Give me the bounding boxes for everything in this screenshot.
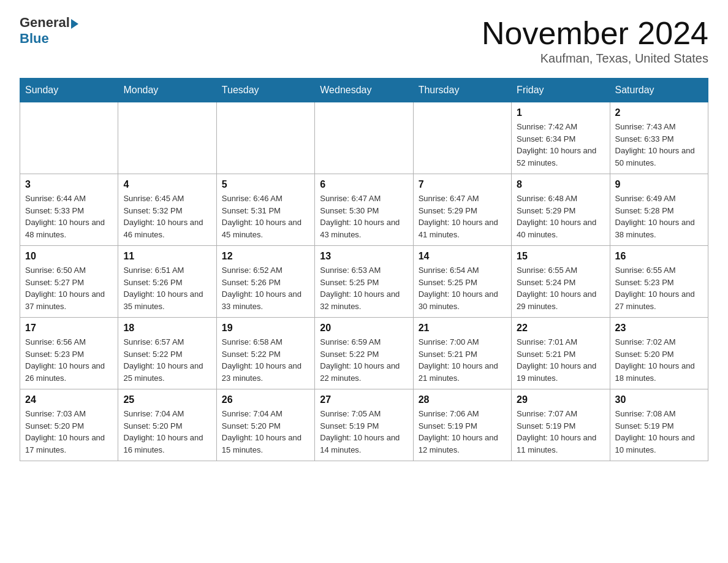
day-info: Sunrise: 7:05 AM Sunset: 5:19 PM Dayligh… (320, 408, 408, 456)
calendar-cell: 20Sunrise: 6:59 AM Sunset: 5:22 PM Dayli… (315, 318, 413, 389)
day-number: 29 (517, 394, 604, 405)
calendar-cell: 21Sunrise: 7:00 AM Sunset: 5:21 PM Dayli… (413, 318, 511, 389)
day-header-saturday: Saturday (610, 79, 708, 102)
day-number: 15 (517, 251, 604, 262)
day-number: 20 (320, 323, 408, 334)
calendar-cell: 28Sunrise: 7:06 AM Sunset: 5:19 PM Dayli… (413, 389, 511, 461)
day-number: 16 (615, 251, 703, 262)
calendar-cell: 17Sunrise: 6:56 AM Sunset: 5:23 PM Dayli… (20, 318, 118, 389)
day-header-sunday: Sunday (20, 79, 118, 102)
calendar-cell: 27Sunrise: 7:05 AM Sunset: 5:19 PM Dayli… (315, 389, 413, 461)
calendar-cell: 30Sunrise: 7:08 AM Sunset: 5:19 PM Dayli… (610, 389, 708, 461)
calendar-header: SundayMondayTuesdayWednesdayThursdayFrid… (20, 79, 708, 102)
day-info: Sunrise: 7:42 AM Sunset: 6:34 PM Dayligh… (517, 121, 604, 169)
calendar-cell: 12Sunrise: 6:52 AM Sunset: 5:26 PM Dayli… (216, 246, 314, 318)
day-number: 8 (517, 179, 604, 190)
day-number: 26 (222, 394, 309, 405)
day-info: Sunrise: 7:43 AM Sunset: 6:33 PM Dayligh… (615, 121, 703, 169)
day-number: 11 (123, 251, 211, 262)
location-subtitle: Kaufman, Texas, United States (482, 52, 708, 66)
month-title: November 2024 (482, 15, 708, 52)
day-info: Sunrise: 6:54 AM Sunset: 5:25 PM Dayligh… (419, 264, 506, 312)
day-header-tuesday: Tuesday (216, 79, 314, 102)
day-number: 17 (25, 323, 113, 334)
day-number: 5 (222, 179, 309, 190)
logo-general-text: General (20, 15, 70, 31)
calendar-body: 1Sunrise: 7:42 AM Sunset: 6:34 PM Daylig… (20, 102, 708, 461)
days-of-week-row: SundayMondayTuesdayWednesdayThursdayFrid… (20, 79, 708, 102)
day-info: Sunrise: 6:53 AM Sunset: 5:25 PM Dayligh… (320, 264, 408, 312)
day-info: Sunrise: 6:47 AM Sunset: 5:29 PM Dayligh… (419, 193, 506, 240)
calendar-cell: 13Sunrise: 6:53 AM Sunset: 5:25 PM Dayli… (315, 246, 413, 318)
day-info: Sunrise: 6:46 AM Sunset: 5:31 PM Dayligh… (222, 193, 309, 240)
day-info: Sunrise: 6:57 AM Sunset: 5:22 PM Dayligh… (123, 336, 211, 384)
day-header-friday: Friday (512, 79, 610, 102)
logo-arrow-icon (71, 19, 78, 29)
day-number: 12 (222, 251, 309, 262)
calendar-cell: 18Sunrise: 6:57 AM Sunset: 5:22 PM Dayli… (118, 318, 216, 389)
day-info: Sunrise: 6:44 AM Sunset: 5:33 PM Dayligh… (25, 193, 113, 240)
week-row-4: 17Sunrise: 6:56 AM Sunset: 5:23 PM Dayli… (20, 318, 708, 389)
day-info: Sunrise: 6:51 AM Sunset: 5:26 PM Dayligh… (123, 264, 211, 312)
day-header-thursday: Thursday (413, 79, 511, 102)
day-info: Sunrise: 6:52 AM Sunset: 5:26 PM Dayligh… (222, 264, 309, 312)
calendar-cell: 23Sunrise: 7:02 AM Sunset: 5:20 PM Dayli… (610, 318, 708, 389)
calendar-cell (20, 102, 118, 174)
day-info: Sunrise: 7:00 AM Sunset: 5:21 PM Dayligh… (419, 336, 506, 384)
day-info: Sunrise: 7:01 AM Sunset: 5:21 PM Dayligh… (517, 336, 604, 384)
calendar-cell: 1Sunrise: 7:42 AM Sunset: 6:34 PM Daylig… (512, 102, 610, 174)
day-number: 7 (419, 179, 506, 190)
day-info: Sunrise: 6:50 AM Sunset: 5:27 PM Dayligh… (25, 264, 113, 312)
calendar-cell: 10Sunrise: 6:50 AM Sunset: 5:27 PM Dayli… (20, 246, 118, 318)
calendar-cell: 5Sunrise: 6:46 AM Sunset: 5:31 PM Daylig… (216, 174, 314, 246)
day-number: 1 (517, 107, 604, 118)
calendar-cell: 25Sunrise: 7:04 AM Sunset: 5:20 PM Dayli… (118, 389, 216, 461)
day-number: 27 (320, 394, 408, 405)
day-info: Sunrise: 7:03 AM Sunset: 5:20 PM Dayligh… (25, 408, 113, 456)
day-number: 25 (123, 394, 211, 405)
day-number: 24 (25, 394, 113, 405)
day-info: Sunrise: 6:49 AM Sunset: 5:28 PM Dayligh… (615, 193, 703, 240)
calendar-cell: 6Sunrise: 6:47 AM Sunset: 5:30 PM Daylig… (315, 174, 413, 246)
calendar-cell (216, 102, 314, 174)
day-number: 30 (615, 394, 703, 405)
calendar-cell: 3Sunrise: 6:44 AM Sunset: 5:33 PM Daylig… (20, 174, 118, 246)
day-header-monday: Monday (118, 79, 216, 102)
day-info: Sunrise: 6:55 AM Sunset: 5:24 PM Dayligh… (517, 264, 604, 312)
calendar-cell: 9Sunrise: 6:49 AM Sunset: 5:28 PM Daylig… (610, 174, 708, 246)
day-info: Sunrise: 6:45 AM Sunset: 5:32 PM Dayligh… (123, 193, 211, 240)
calendar-cell: 29Sunrise: 7:07 AM Sunset: 5:19 PM Dayli… (512, 389, 610, 461)
calendar-cell: 16Sunrise: 6:55 AM Sunset: 5:23 PM Dayli… (610, 246, 708, 318)
week-row-3: 10Sunrise: 6:50 AM Sunset: 5:27 PM Dayli… (20, 246, 708, 318)
calendar-cell (118, 102, 216, 174)
week-row-2: 3Sunrise: 6:44 AM Sunset: 5:33 PM Daylig… (20, 174, 708, 246)
day-info: Sunrise: 7:08 AM Sunset: 5:19 PM Dayligh… (615, 408, 703, 456)
day-number: 14 (419, 251, 506, 262)
calendar-cell: 19Sunrise: 6:58 AM Sunset: 5:22 PM Dayli… (216, 318, 314, 389)
calendar-cell: 14Sunrise: 6:54 AM Sunset: 5:25 PM Dayli… (413, 246, 511, 318)
calendar-cell: 15Sunrise: 6:55 AM Sunset: 5:24 PM Dayli… (512, 246, 610, 318)
day-number: 2 (615, 107, 703, 118)
calendar-cell: 2Sunrise: 7:43 AM Sunset: 6:33 PM Daylig… (610, 102, 708, 174)
day-number: 4 (123, 179, 211, 190)
day-number: 19 (222, 323, 309, 334)
day-number: 23 (615, 323, 703, 334)
calendar-cell: 4Sunrise: 6:45 AM Sunset: 5:32 PM Daylig… (118, 174, 216, 246)
calendar-cell: 7Sunrise: 6:47 AM Sunset: 5:29 PM Daylig… (413, 174, 511, 246)
logo-blue-text: Blue (20, 31, 49, 47)
day-info: Sunrise: 7:04 AM Sunset: 5:20 PM Dayligh… (123, 408, 211, 456)
calendar-cell (315, 102, 413, 174)
calendar-cell: 11Sunrise: 6:51 AM Sunset: 5:26 PM Dayli… (118, 246, 216, 318)
day-number: 10 (25, 251, 113, 262)
day-number: 18 (123, 323, 211, 334)
day-number: 13 (320, 251, 408, 262)
calendar-cell: 24Sunrise: 7:03 AM Sunset: 5:20 PM Dayli… (20, 389, 118, 461)
day-info: Sunrise: 6:58 AM Sunset: 5:22 PM Dayligh… (222, 336, 309, 384)
calendar-cell: 8Sunrise: 6:48 AM Sunset: 5:29 PM Daylig… (512, 174, 610, 246)
day-info: Sunrise: 6:56 AM Sunset: 5:23 PM Dayligh… (25, 336, 113, 384)
calendar-cell: 22Sunrise: 7:01 AM Sunset: 5:21 PM Dayli… (512, 318, 610, 389)
day-info: Sunrise: 6:48 AM Sunset: 5:29 PM Dayligh… (517, 193, 604, 240)
page-header: General Blue November 2024 Kaufman, Texa… (20, 15, 708, 66)
title-area: November 2024 Kaufman, Texas, United Sta… (482, 15, 708, 66)
day-number: 3 (25, 179, 113, 190)
